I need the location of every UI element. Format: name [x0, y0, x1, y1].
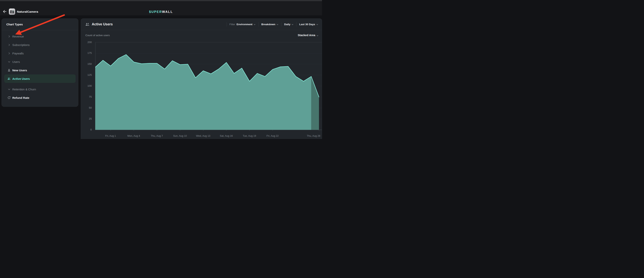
x-axis-label: Fri, Aug 22 [266, 134, 279, 137]
chevron-down-icon [292, 23, 294, 25]
main-header: Active Users Filter Environment Breakdow… [81, 19, 322, 30]
chevron-right-icon [8, 35, 10, 38]
chevron-down-icon [316, 34, 318, 36]
stacked-area-chart [95, 41, 322, 131]
chevron-down-icon [254, 23, 256, 25]
refresh-icon [8, 96, 10, 99]
sidebar-list: RevenueSubscriptionsPaywallsUsersNew Use… [2, 30, 78, 102]
x-axis-label: Tue, Aug 19 [243, 134, 256, 137]
y-axis-label: 200 [82, 41, 92, 44]
sidebar-item-label: Active Users [12, 77, 30, 80]
sidebar-item-label: Paywalls [12, 52, 24, 55]
filter-separator [226, 22, 227, 26]
people-icon [86, 23, 90, 26]
page-title: Active Users [92, 22, 113, 26]
y-axis-label: 175 [82, 51, 92, 55]
top-bar: NaturalCamera $UPERWALL [0, 0, 322, 15]
sidebar-item-refund-rate[interactable]: Refund Rate [4, 93, 76, 102]
sidebar-item-label: Users [12, 60, 20, 63]
chevron-down-icon [276, 23, 278, 25]
x-axis-label: Sun, Aug 10 [173, 134, 187, 137]
sidebar-item-label: New Users [12, 69, 27, 72]
y-axis-label: 0 [82, 128, 92, 131]
chevron-right-icon [8, 52, 10, 55]
chart-type-dropdown[interactable]: Stacked Area [298, 34, 318, 37]
sidebar-item-subscriptions[interactable]: Subscriptions [4, 40, 76, 49]
sidebar-title: Chart Types [2, 19, 78, 30]
filter-separator [296, 22, 296, 26]
filter-bar: Filter Environment Breakdown Daily [224, 22, 318, 26]
chevron-down-icon [8, 60, 10, 63]
x-axis-label: Mon, Aug 4 [127, 134, 140, 137]
chevron-right-icon [8, 43, 10, 46]
environment-filter-dropdown[interactable]: Filter Environment [230, 23, 256, 26]
chevron-down-icon [8, 88, 10, 91]
chart-types-sidebar: Chart Types RevenueSubscriptionsPaywalls… [2, 18, 78, 107]
y-axis-label: 25 [82, 117, 92, 120]
period-dropdown[interactable]: Daily [284, 23, 294, 26]
sidebar-item-label: Retention & Churn [12, 88, 36, 91]
chart-subtitle: Count of active users [86, 34, 110, 37]
sidebar-item-retention-churn[interactable]: Retention & Churn [4, 85, 76, 93]
sidebar-item-label: Refund Rate [12, 96, 29, 99]
chevron-down-icon [316, 23, 318, 25]
app-name: NaturalCamera [17, 10, 38, 13]
y-axis-label: 75 [82, 95, 92, 98]
sidebar-item-paywalls[interactable]: Paywalls [4, 49, 76, 57]
logo-secondary: WALL [162, 10, 173, 13]
chart-subheader: Count of active users Stacked Area [81, 30, 322, 40]
x-axis-label: Thu, Aug 7 [151, 134, 163, 137]
logo-primary: $UPER [149, 10, 162, 13]
x-axis-label: Thu, Aug 28 [307, 134, 320, 137]
sidebar-item-active-users[interactable]: Active Users [4, 74, 76, 83]
sidebar-item-users[interactable]: Users [4, 57, 76, 66]
y-axis-label: 150 [82, 62, 92, 65]
people-icon [8, 77, 10, 80]
sidebar-item-label: Revenue [12, 35, 24, 38]
filter-separator [258, 22, 258, 26]
sidebar-item-label: Subscriptions [12, 43, 30, 46]
date-range-dropdown[interactable]: Last 30 Days [299, 23, 318, 26]
main-panel: Active Users Filter Environment Breakdow… [81, 18, 322, 139]
sidebar-item-new-users[interactable]: New Users [4, 66, 76, 74]
y-axis-label: 50 [82, 106, 92, 109]
filter-label: Filter [230, 23, 235, 26]
y-axis-label: 125 [82, 73, 92, 76]
person-icon [8, 69, 10, 72]
x-axis-label: Wed, Aug 13 [196, 134, 210, 137]
x-axis-label: Sat, Aug 16 [220, 134, 233, 137]
sidebar-item-revenue[interactable]: Revenue [4, 32, 76, 40]
breakdown-dropdown[interactable]: Breakdown [261, 23, 278, 26]
superwall-logo: $UPERWALL [149, 10, 173, 14]
back-arrow-icon[interactable] [2, 9, 7, 14]
filter-separator [281, 22, 282, 26]
x-axis-label: Fri, Aug 1 [105, 134, 116, 137]
y-axis-label: 100 [82, 84, 92, 87]
camera-app-icon [9, 8, 15, 15]
